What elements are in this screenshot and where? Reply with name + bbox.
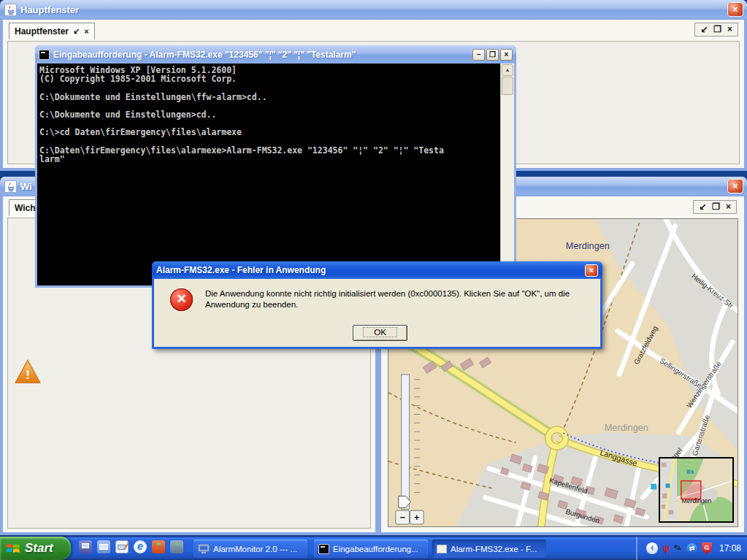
- taskbar-button-label: Eingabeaufforderung...: [333, 545, 418, 553]
- error-dialog-titlebar[interactable]: Alarm-FMS32.exe - Fehler in Anwendung ×: [152, 261, 602, 279]
- taskbar-button-error[interactable]: Alarm-FMS32.exe - F...: [432, 540, 546, 558]
- close-button[interactable]: ×: [585, 264, 598, 277]
- scroll-up-button[interactable]: ▲: [502, 64, 513, 76]
- mail-icon[interactable]: [115, 540, 129, 553]
- start-label: Start: [25, 541, 53, 556]
- undock-icon[interactable]: ↙: [700, 23, 708, 36]
- town-label: Merdingen: [566, 240, 610, 251]
- cmd-icon: [318, 544, 329, 554]
- minimap-town-label: Merdingen: [682, 497, 712, 505]
- map-marker: [651, 484, 656, 490]
- slider-track[interactable]: [402, 375, 410, 509]
- gdata-shield-icon[interactable]: G: [702, 542, 712, 554]
- error-message: Die Anwendung konnte nicht richtig initi…: [205, 288, 603, 310]
- java-app-icon: [4, 4, 17, 16]
- taskbar: Start e AlarmMonitor 2.0 --- ... Eingabe…: [0, 537, 747, 560]
- window-icon: [437, 545, 447, 553]
- window-title: Wi: [20, 181, 32, 192]
- hauptfenster-titlebar[interactable]: Hauptfenster ×: [0, 0, 747, 20]
- system-tray: ‹ ψ ✎ ⇄ G 17:08: [636, 537, 747, 560]
- maximize-icon[interactable]: ❐: [712, 201, 720, 213]
- zoom-out-label: −: [399, 512, 405, 523]
- alarm-app-red-icon[interactable]: [152, 540, 165, 553]
- monitor-icon: [198, 544, 210, 554]
- console-text: Microsoft Windows XP [Version 5.1.2600] …: [37, 64, 500, 164]
- error-dialog: Alarm-FMS32.exe - Fehler in Anwendung × …: [152, 261, 602, 349]
- maximize-button[interactable]: ❐: [486, 49, 499, 61]
- taskbar-button-console[interactable]: Eingabeaufforderung...: [314, 540, 428, 558]
- close-icon[interactable]: ×: [726, 201, 731, 213]
- tab-label: Hauptfenster: [15, 26, 69, 37]
- console-output[interactable]: Microsoft Windows XP [Version 5.1.2600] …: [37, 64, 500, 285]
- internet-explorer-icon[interactable]: e: [134, 540, 147, 553]
- alarm-app-gray-icon[interactable]: [170, 540, 183, 553]
- error-icon: ✕: [170, 288, 193, 311]
- close-button[interactable]: ×: [727, 179, 743, 193]
- remote-desktop-icon[interactable]: [79, 540, 92, 553]
- taskbar-button-alarmmonitor[interactable]: AlarmMonitor 2.0 --- ...: [194, 540, 307, 558]
- tray-collapse-chevron-icon[interactable]: ‹: [646, 542, 658, 554]
- start-button[interactable]: Start: [0, 537, 71, 560]
- overview-minimap[interactable]: Merdingen: [659, 457, 734, 523]
- quick-launch: e: [79, 540, 183, 553]
- minimap-viewport-rect[interactable]: [681, 481, 701, 499]
- console-title: Eingabeaufforderung - Alarm-FMS32.exe "1…: [53, 50, 471, 60]
- zoom-in-label: +: [414, 512, 419, 523]
- scroll-thumb[interactable]: [502, 77, 513, 95]
- pen-icon[interactable]: ✎: [673, 542, 683, 555]
- explorer-icon[interactable]: [97, 540, 110, 553]
- taskbar-button-label: Alarm-FMS32.exe - F...: [451, 545, 537, 553]
- close-button[interactable]: ×: [500, 49, 513, 61]
- undock-icon[interactable]: ↙: [73, 26, 80, 36]
- cmd-icon: [39, 50, 50, 60]
- minimize-button[interactable]: –: [472, 49, 485, 61]
- tab-label: Wich: [15, 203, 36, 213]
- window-title: Hauptfenster: [20, 4, 79, 15]
- error-dialog-title: Alarm-FMS32.exe - Fehler in Anwendung: [156, 265, 585, 275]
- taskbar-button-label: AlarmMonitor 2.0 --- ...: [213, 545, 297, 553]
- console-titlebar[interactable]: Eingabeaufforderung - Alarm-FMS32.exe "1…: [35, 45, 516, 64]
- close-button[interactable]: ×: [727, 2, 743, 17]
- tab-close-icon[interactable]: ×: [84, 27, 88, 36]
- frame-controls: ↙ ❐ ×: [694, 23, 738, 37]
- windows-logo-icon: [6, 542, 20, 556]
- window-console: Eingabeaufforderung - Alarm-FMS32.exe "1…: [35, 45, 516, 288]
- town-label-2: Merdingen: [605, 422, 648, 433]
- console-scrollbar[interactable]: ▲ ▼: [500, 64, 514, 285]
- tab-hauptfenster[interactable]: Hauptfenster ↙ ×: [9, 23, 95, 39]
- ok-button[interactable]: OK: [353, 325, 407, 341]
- close-icon[interactable]: ×: [727, 23, 732, 36]
- radio-antenna-icon[interactable]: ψ: [662, 542, 670, 554]
- maximize-icon[interactable]: ❐: [713, 23, 721, 36]
- undock-icon[interactable]: ↙: [699, 201, 706, 213]
- tab-row: Hauptfenster ↙ × ↙ ❐ ×: [3, 20, 744, 40]
- teamviewer-icon[interactable]: ⇄: [686, 543, 697, 554]
- tray-clock: 17:08: [719, 543, 741, 553]
- frame-controls: ↙ ❐ ×: [693, 200, 737, 214]
- java-app-icon: [4, 180, 17, 193]
